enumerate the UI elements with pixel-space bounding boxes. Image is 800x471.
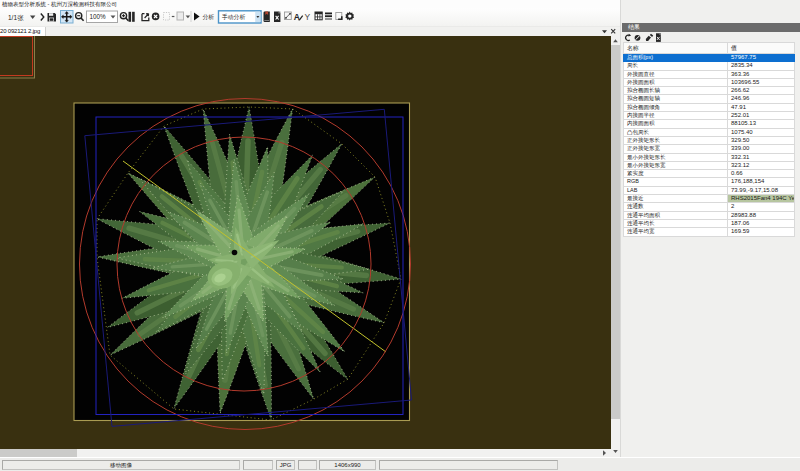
svg-text:手动分析: 手动分析 <box>222 13 245 20</box>
svg-text:Y: Y <box>305 12 311 22</box>
svg-text:分析: 分析 <box>203 14 215 20</box>
svg-text:100%: 100% <box>90 13 107 20</box>
svg-text:1/1张: 1/1张 <box>8 14 24 22</box>
